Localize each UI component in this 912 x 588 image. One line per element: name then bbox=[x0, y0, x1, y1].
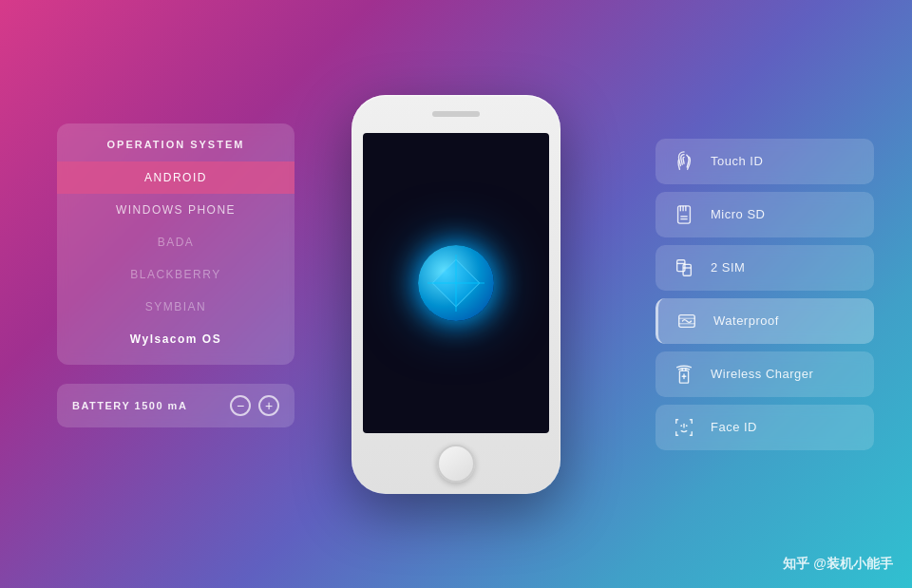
feature-wireless-charger[interactable]: Wireless Charger bbox=[656, 351, 874, 397]
wireless-charger-label: Wireless Charger bbox=[711, 367, 813, 381]
svg-rect-0 bbox=[678, 205, 691, 222]
orb-glow bbox=[418, 245, 494, 321]
sd-card-icon bbox=[671, 201, 697, 228]
battery-controls: − + bbox=[230, 395, 279, 416]
os-item-wylsacom[interactable]: Wylsacom OS bbox=[57, 323, 294, 355]
os-item-blackberry[interactable]: BLACKBERRY bbox=[57, 258, 294, 291]
feature-face-id[interactable]: Face ID bbox=[656, 405, 874, 450]
phone-speaker bbox=[432, 111, 480, 117]
waterproof-icon bbox=[674, 308, 700, 334]
os-item-android[interactable]: ANDROID bbox=[57, 161, 294, 194]
feature-waterproof[interactable]: Waterproof bbox=[656, 298, 874, 344]
feature-touch-id[interactable]: Touch ID bbox=[656, 139, 874, 184]
orb-cross bbox=[428, 255, 484, 312]
left-panel: OPERATION SYSTEM ANDROID WINDOWS PHONE B… bbox=[57, 123, 294, 427]
right-panel: Touch ID Micro SD 2 SIM bbox=[656, 139, 874, 450]
battery-card: BATTERY 1500 mA − + bbox=[57, 384, 294, 427]
micro-sd-label: Micro SD bbox=[711, 207, 765, 221]
phone-bottom-area bbox=[437, 433, 475, 494]
battery-decrease-button[interactable]: − bbox=[230, 395, 251, 416]
phone-top-bar bbox=[352, 95, 560, 133]
home-button[interactable] bbox=[437, 445, 475, 483]
watermark: 知乎 @装机小能手 bbox=[783, 556, 893, 573]
os-item-bada[interactable]: BADA bbox=[57, 226, 294, 258]
svg-point-16 bbox=[680, 425, 682, 427]
os-item-symbian[interactable]: SYMBIAN bbox=[57, 291, 294, 323]
face-id-label: Face ID bbox=[711, 420, 757, 434]
os-card: OPERATION SYSTEM ANDROID WINDOWS PHONE B… bbox=[57, 123, 294, 365]
os-item-windows[interactable]: WINDOWS PHONE bbox=[57, 194, 294, 226]
svg-point-17 bbox=[686, 425, 688, 427]
battery-increase-button[interactable]: + bbox=[258, 395, 279, 416]
waterproof-label: Waterproof bbox=[713, 313, 779, 328]
phone-orb bbox=[418, 245, 494, 321]
wireless-charger-icon bbox=[671, 361, 697, 388]
2-sim-label: 2 SIM bbox=[711, 260, 745, 275]
battery-label: BATTERY 1500 mA bbox=[72, 400, 187, 411]
feature-micro-sd[interactable]: Micro SD bbox=[656, 192, 874, 237]
face-id-icon bbox=[671, 414, 697, 441]
sim-icon bbox=[671, 255, 697, 281]
phone-body bbox=[352, 95, 560, 494]
touch-id-label: Touch ID bbox=[711, 154, 763, 168]
os-section-title: OPERATION SYSTEM bbox=[57, 139, 294, 150]
fingerprint-icon bbox=[671, 148, 697, 175]
phone-screen bbox=[363, 133, 549, 433]
phone-mockup bbox=[352, 95, 560, 494]
feature-2-sim[interactable]: 2 SIM bbox=[656, 245, 874, 291]
